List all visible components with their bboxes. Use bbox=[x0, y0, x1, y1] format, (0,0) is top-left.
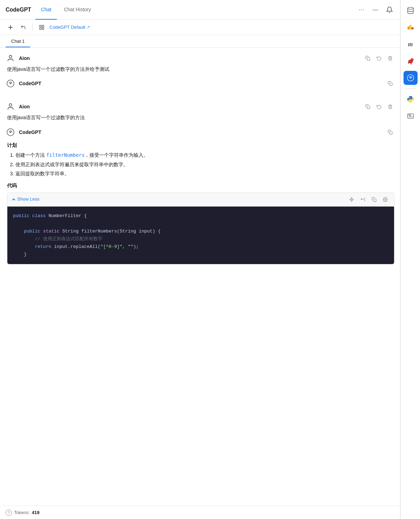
svg-rect-7 bbox=[367, 58, 370, 60]
svg-point-11 bbox=[9, 104, 12, 106]
svg-rect-10 bbox=[389, 83, 392, 86]
sender-name-2: CodeGPT bbox=[19, 81, 41, 86]
sender-4: CodeGPT bbox=[6, 127, 41, 137]
message-header-1: Aion bbox=[6, 53, 394, 63]
sidebar-reward-icon[interactable] bbox=[404, 20, 418, 34]
copy-button-3[interactable] bbox=[364, 102, 372, 111]
settings-code-button[interactable] bbox=[381, 195, 390, 204]
plan-item-2: 使用正则表达式或字符遍历来提取字符串中的数字。 bbox=[15, 161, 394, 168]
more-options-button[interactable]: ⋯ bbox=[357, 5, 366, 15]
code-line-3: // 使用正则表达式匹配所有数字 bbox=[13, 235, 388, 243]
code-header-actions bbox=[347, 195, 390, 204]
messages-area: Aion bbox=[0, 48, 400, 506]
sidebar-text-icon[interactable] bbox=[404, 109, 418, 123]
message-block-4: CodeGPT 计划 创建一个方法 filterNumbers，接受一个字符串作… bbox=[6, 127, 394, 265]
toolbar: CodeGPT Default ↗ bbox=[0, 20, 400, 35]
add-chat-button[interactable] bbox=[6, 22, 15, 32]
insert-button[interactable] bbox=[358, 195, 367, 204]
svg-point-30 bbox=[412, 59, 413, 59]
codegpt-icon-2 bbox=[6, 127, 15, 137]
sidebar-python-icon[interactable] bbox=[404, 92, 418, 106]
plan-heading: 计划 bbox=[7, 141, 394, 149]
sidebar-m-icon[interactable]: m bbox=[404, 37, 418, 51]
minimize-button[interactable]: — bbox=[371, 5, 380, 15]
plan-item-1: 创建一个方法 filterNumbers，接受一个字符串作为输入。 bbox=[15, 151, 394, 159]
svg-rect-12 bbox=[367, 106, 370, 109]
svg-point-6 bbox=[9, 55, 12, 58]
copy-button-4[interactable] bbox=[386, 128, 394, 136]
footer: ? Tokens: 419 bbox=[0, 506, 400, 519]
show-less-button[interactable]: Show Less bbox=[12, 196, 40, 203]
svg-point-21 bbox=[407, 7, 413, 9]
agent-label: CodeGPT Default bbox=[49, 25, 85, 30]
sidebar-divider bbox=[405, 88, 416, 89]
user-icon-1 bbox=[6, 53, 15, 63]
svg-rect-15 bbox=[389, 132, 392, 134]
svg-point-20 bbox=[385, 199, 386, 200]
svg-point-27 bbox=[411, 58, 413, 61]
chat-tab-1[interactable]: Chat 1 bbox=[6, 35, 30, 47]
tokens-label: Tokens: bbox=[14, 510, 30, 515]
code-block: Show Less bbox=[7, 193, 394, 265]
svg-marker-16 bbox=[350, 197, 354, 202]
sidebar-bird-icon[interactable] bbox=[404, 54, 418, 68]
code-inline-1: filterNumbers bbox=[46, 152, 85, 158]
plan-item-3: 返回提取的数字字符串。 bbox=[15, 170, 394, 177]
message-content-1: 使用java语言写一个过滤数字的方法并给予测试 bbox=[6, 65, 394, 73]
sender-1: Aion bbox=[6, 53, 30, 63]
svg-point-9 bbox=[10, 83, 11, 84]
header-icons: ⋯ — bbox=[357, 5, 394, 15]
svg-rect-22 bbox=[407, 27, 409, 30]
svg-rect-3 bbox=[42, 25, 44, 27]
notifications-button[interactable] bbox=[385, 5, 394, 15]
app-logo: CodeGPT bbox=[6, 7, 31, 13]
copy-button-2[interactable] bbox=[386, 79, 394, 88]
code-block-header: Show Less bbox=[7, 193, 394, 207]
tab-chat-history[interactable]: Chat History bbox=[58, 0, 96, 20]
agent-link[interactable]: CodeGPT Default ↗ bbox=[49, 25, 90, 30]
code-line-1: public class NumberFilter { bbox=[13, 212, 388, 220]
sender-2: CodeGPT bbox=[6, 79, 41, 88]
message-block-2: CodeGPT bbox=[6, 79, 394, 96]
chat-tabs-bar: Chat 1 bbox=[0, 35, 400, 48]
codegpt-icon-1 bbox=[6, 79, 15, 88]
lightning-button[interactable] bbox=[347, 195, 356, 204]
message-actions-2 bbox=[386, 79, 394, 88]
copy-code-button[interactable] bbox=[370, 195, 379, 204]
svg-rect-2 bbox=[40, 25, 41, 27]
svg-rect-5 bbox=[42, 28, 44, 29]
refresh-button-3[interactable] bbox=[375, 102, 383, 111]
undo-button[interactable] bbox=[18, 22, 28, 32]
sender-name-1: Aion bbox=[19, 55, 30, 61]
message-content-3: 使用java语言写一个过滤数字的方法 bbox=[6, 114, 394, 121]
copy-button-1[interactable] bbox=[364, 54, 372, 62]
message-header-2: CodeGPT bbox=[6, 79, 394, 88]
delete-button-1[interactable] bbox=[386, 54, 394, 62]
svg-point-14 bbox=[10, 132, 11, 133]
message-block-1: Aion bbox=[6, 53, 394, 73]
refresh-button-1[interactable] bbox=[375, 54, 383, 62]
code-content: public class NumberFilter { public stati… bbox=[7, 207, 394, 264]
sidebar-codegpt-icon[interactable] bbox=[404, 71, 418, 85]
message-content-4: 计划 创建一个方法 filterNumbers，接受一个字符串作为输入。 使用正… bbox=[6, 141, 394, 265]
show-less-label: Show Less bbox=[17, 196, 40, 203]
sender-3: Aion bbox=[6, 102, 30, 112]
agent-arrow-icon: ↗ bbox=[87, 25, 90, 29]
message-content-2 bbox=[6, 90, 394, 96]
delete-button-3[interactable] bbox=[386, 102, 394, 111]
svg-rect-19 bbox=[373, 199, 376, 202]
layout-button[interactable] bbox=[37, 22, 47, 32]
tab-chat[interactable]: Chat bbox=[35, 0, 57, 20]
message-block-3: Aion bbox=[6, 102, 394, 121]
sidebar-database-icon[interactable] bbox=[404, 4, 418, 18]
help-icon[interactable]: ? bbox=[6, 510, 12, 516]
message-actions-4 bbox=[386, 128, 394, 136]
message-header-3: Aion bbox=[6, 102, 394, 112]
message-header-4: CodeGPT bbox=[6, 127, 394, 137]
toolbar-divider bbox=[32, 24, 33, 31]
message-actions-1 bbox=[364, 54, 394, 62]
code-line-5: } bbox=[13, 251, 388, 258]
code-line-4: return input.replaceAll("[^0-9]", ""); bbox=[13, 243, 388, 251]
sender-name-4: CodeGPT bbox=[19, 129, 41, 135]
code-line-2: public static String filterNumbers(Strin… bbox=[13, 228, 388, 235]
